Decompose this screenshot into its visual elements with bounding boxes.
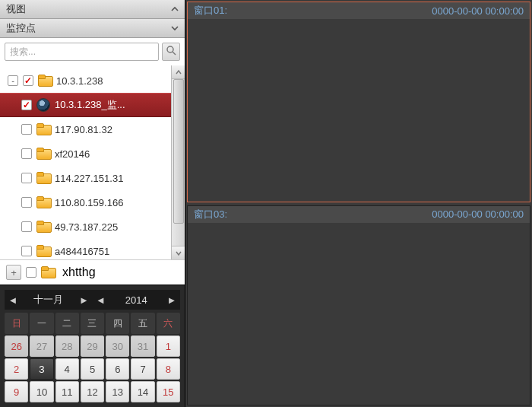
device-tree: -10.3.1.23810.3.1.238_监...117.90.81.32xf… — [0, 65, 185, 259]
tree-label: 49.73.187.225 — [55, 221, 118, 233]
tree-checkbox[interactable] — [21, 221, 32, 232]
calendar-dow: 日 — [5, 313, 28, 334]
tree-label: a484416751 — [55, 246, 109, 257]
calendar-day[interactable]: 7 — [131, 358, 154, 380]
calendar-day[interactable]: 27 — [30, 335, 53, 357]
next-month-button[interactable]: ► — [76, 290, 93, 310]
section-monitor-header[interactable]: 监控点 — [0, 19, 185, 38]
video-cell[interactable]: 窗口03:0000-00-00 00:00:00 — [187, 205, 530, 406]
video-cell-title: 窗口03: — [194, 208, 227, 221]
tree-label: xf20146 — [55, 148, 90, 160]
tree-row[interactable]: 117.90.81.32 — [0, 117, 185, 141]
tree-checkbox[interactable] — [21, 197, 32, 208]
calendar-day[interactable]: 10 — [30, 381, 53, 402]
calendar-month-label: 十一月 — [21, 293, 76, 307]
tree-checkbox[interactable] — [21, 124, 32, 135]
add-device-button[interactable]: + — [6, 265, 21, 280]
video-grid: 窗口01:0000-00-00 00:00:00窗口03:0000-00-00 … — [185, 0, 532, 407]
scroll-up-button[interactable] — [172, 65, 185, 79]
calendar-dow: 三 — [81, 313, 104, 334]
tree-label: 117.90.81.32 — [55, 124, 112, 135]
calendar-day[interactable]: 1 — [157, 335, 180, 357]
tree-row[interactable]: xf20146 — [0, 141, 185, 166]
next-year-button[interactable]: ► — [163, 290, 180, 310]
calendar-day[interactable]: 30 — [106, 335, 129, 357]
tree-checkbox[interactable] — [21, 173, 32, 183]
tree-label: 10.3.1.238 — [56, 75, 103, 87]
video-cell[interactable]: 窗口01:0000-00-00 00:00:00 — [187, 2, 530, 202]
tree-checkbox[interactable] — [21, 148, 32, 159]
calendar-day[interactable]: 28 — [55, 335, 79, 357]
video-cell-timestamp: 0000-00-00 00:00:00 — [432, 208, 524, 220]
folder-icon — [36, 221, 50, 232]
calendar-dow: 二 — [55, 313, 79, 334]
calendar-dow: 四 — [106, 313, 129, 334]
calendar-day[interactable]: 15 — [157, 381, 180, 402]
calendar-day[interactable]: 13 — [106, 381, 129, 402]
calendar-grid: 日一二三四五六262728293031123456789101112131415 — [5, 313, 180, 402]
calendar-year-label: 2014 — [109, 294, 164, 306]
section-view-header[interactable]: 视图 — [0, 0, 185, 19]
tree-row[interactable]: 49.73.187.225 — [0, 215, 185, 239]
tree-label: 114.227.151.31 — [55, 173, 123, 184]
chevron-down-icon — [171, 24, 179, 32]
calendar-day[interactable]: 14 — [131, 381, 154, 402]
tree-checkbox[interactable] — [21, 100, 32, 110]
tree-label: 10.3.1.238_监... — [55, 98, 125, 112]
folder-icon — [36, 124, 50, 135]
scrollbar-thumb[interactable] — [173, 79, 184, 224]
svg-line-1 — [173, 52, 176, 55]
calendar-day[interactable]: 31 — [131, 335, 154, 357]
search-button[interactable] — [162, 43, 180, 61]
folder-icon — [36, 197, 50, 208]
tree-row[interactable]: 110.80.159.166 — [0, 190, 185, 215]
folder-icon — [41, 267, 55, 278]
tree-row[interactable]: 114.227.151.31 — [0, 166, 185, 190]
tree-row[interactable]: 10.3.1.238_监... — [0, 93, 185, 117]
calendar-day[interactable]: 29 — [81, 335, 104, 357]
left-panel: 视图 监控点 -10.3.1.23810.3.1.238_监...117.90.… — [0, 0, 185, 407]
video-cell-title: 窗口01: — [194, 4, 227, 17]
calendar-day[interactable]: 8 — [157, 358, 180, 380]
select-all-checkbox[interactable] — [26, 267, 36, 278]
search-input[interactable] — [5, 43, 159, 61]
calendar-dow: 六 — [157, 313, 180, 334]
tree-row[interactable]: a484416751 — [0, 239, 185, 259]
calendar-day[interactable]: 4 — [55, 358, 79, 380]
calendar-day[interactable]: 11 — [55, 381, 79, 402]
tree-row[interactable]: -10.3.1.238 — [0, 68, 185, 93]
video-cell-header: 窗口01:0000-00-00 00:00:00 — [188, 2, 530, 19]
scroll-down-button[interactable] — [172, 246, 185, 259]
calendar-day[interactable]: 5 — [81, 358, 104, 380]
calendar-day[interactable]: 6 — [106, 358, 129, 380]
prev-month-button[interactable]: ◄ — [5, 290, 21, 310]
chevron-up-icon — [171, 5, 179, 13]
search-icon — [166, 45, 176, 59]
calendar-day[interactable]: 9 — [5, 381, 28, 402]
tree-label: 110.80.159.166 — [55, 197, 123, 208]
tree-checkbox[interactable] — [21, 246, 32, 256]
svg-point-0 — [167, 46, 173, 52]
calendar-dow: 五 — [131, 313, 154, 334]
folder-icon — [36, 173, 50, 183]
calendar: ◄ 十一月 ► ◄ 2014 ► 日一二三四五六2627282930311234… — [0, 285, 185, 407]
section-monitor-label: 监控点 — [6, 21, 36, 35]
folder-icon — [36, 246, 50, 256]
prev-year-button[interactable]: ◄ — [93, 290, 109, 310]
video-cell-header: 窗口03:0000-00-00 00:00:00 — [188, 206, 530, 223]
video-cell-timestamp: 0000-00-00 00:00:00 — [432, 5, 524, 17]
folder-icon — [38, 75, 52, 86]
tree-scrollbar[interactable] — [171, 65, 185, 259]
calendar-day[interactable]: 26 — [5, 335, 28, 357]
bottom-device-label: xhtthg — [62, 266, 96, 279]
camera-icon — [36, 98, 50, 112]
calendar-day[interactable]: 12 — [81, 381, 104, 402]
folder-icon — [36, 148, 50, 159]
search-row — [0, 38, 185, 65]
tree-checkbox[interactable] — [23, 75, 33, 86]
section-view-label: 视图 — [6, 2, 26, 16]
calendar-day[interactable]: 3 — [30, 358, 53, 380]
tree-toggle[interactable]: - — [8, 75, 18, 86]
calendar-day[interactable]: 2 — [5, 358, 28, 380]
calendar-header: ◄ 十一月 ► ◄ 2014 ► — [5, 290, 180, 310]
